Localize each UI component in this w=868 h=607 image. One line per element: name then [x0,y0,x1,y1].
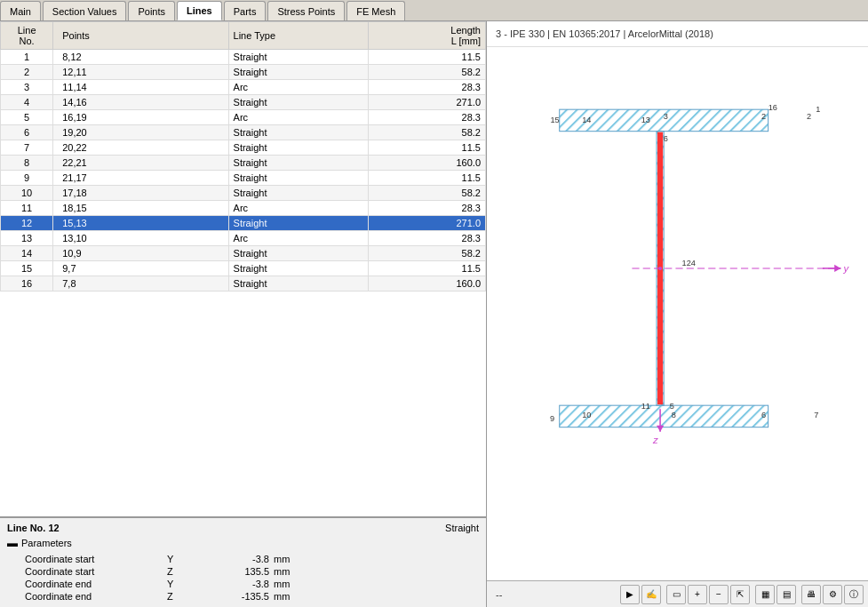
toolbar-btn-frame[interactable]: ▭ [666,585,686,604]
svg-text:2: 2 [807,112,811,121]
toolbar-btn-grid[interactable]: ▤ [776,585,796,604]
cell-length: 160.0 [369,156,486,171]
tab-parts[interactable]: Parts [224,1,267,20]
cell-points: 14,16 [53,95,228,110]
toolbar-btn-print[interactable]: 🖶 [801,585,821,604]
table-container[interactable]: LineNo. Points Line Type LengthL [mm] 1 … [0,21,486,516]
toolbar-btn-zoom-out[interactable]: − [709,585,729,604]
cell-linetype: Straight [228,65,369,80]
cell-linetype: Straight [228,171,369,186]
status-label: -- [496,589,502,600]
toolbar-btn-fit[interactable]: ⇱ [730,585,750,604]
cell-linetype: Straight [228,156,369,171]
cell-points: 8,12 [53,50,228,65]
param-label: Coordinate end [7,591,167,602]
cell-linetype: Straight [228,140,369,156]
cell-points: 9,7 [53,261,228,276]
param-row: Coordinate end Y -3.8 mm [7,578,479,590]
param-value: -3.8 [203,579,274,589]
param-axis: Z [167,591,203,602]
table-row[interactable]: 14 10,9 Straight 58.2 [1,246,486,261]
svg-text:8: 8 [672,411,676,419]
cell-lineno: 1 [1,50,53,65]
cell-points: 21,17 [53,171,228,186]
tab-stress-points[interactable]: Stress Points [267,1,345,20]
svg-text:6: 6 [761,411,766,419]
toolbar-btn-pan[interactable]: ✍ [641,585,661,604]
cell-length: 271.0 [369,95,486,110]
table-row[interactable]: 16 7,8 Straight 160.0 [1,276,486,292]
cell-lineno: 15 [1,261,53,276]
table-row[interactable]: 6 19,20 Straight 58.2 [1,125,486,140]
table-row[interactable]: 4 14,16 Straight 271.0 [1,95,486,110]
cell-lineno: 9 [1,171,53,186]
table-row[interactable]: 5 16,19 Arc 28.3 [1,110,486,125]
params-list: Coordinate start Y -3.8 mm Coordinate st… [7,553,479,603]
param-value: -135.5 [203,591,274,602]
table-row[interactable]: 12 15,13 Straight 271.0 [1,216,486,231]
cell-length: 58.2 [369,125,486,140]
tab-section-values[interactable]: Section Values [43,1,127,20]
svg-text:11: 11 [641,402,650,411]
cell-linetype: Arc [228,110,369,125]
col-header-linetype: Line Type [228,22,369,50]
params-header: ▬ Parameters [7,537,479,549]
cell-lineno: 12 [1,216,53,231]
col-header-lineno: LineNo. [1,22,53,50]
table-row[interactable]: 8 22,21 Straight 160.0 [1,156,486,171]
svg-text:124: 124 [682,259,696,268]
table-row[interactable]: 9 21,17 Straight 11.5 [1,171,486,186]
toolbar-btn-info[interactable]: ⓘ [844,585,864,604]
cell-lineno: 6 [1,125,53,140]
cell-length: 11.5 [369,140,486,156]
table-row[interactable]: 11 18,15 Arc 28.3 [1,201,486,216]
cell-linetype: Straight [228,246,369,261]
toolbar-btn-zoom-in[interactable]: + [688,585,707,604]
cell-length: 58.2 [369,65,486,80]
param-label: Coordinate end [7,579,167,589]
cell-length: 11.5 [369,50,486,65]
param-unit: mm [274,591,309,602]
param-label: Coordinate start [7,554,167,564]
drawing-area[interactable]: y z 15 14 13 3 2 16 2 1 6 124 [487,47,868,580]
tab-main[interactable]: Main [0,1,41,20]
tab-fe-mesh[interactable]: FE Mesh [346,1,405,20]
table-row[interactable]: 7 20,22 Straight 11.5 [1,140,486,156]
cell-points: 13,10 [53,231,228,246]
right-panel: 3 - IPE 330 | EN 10365:2017 | ArcelorMit… [487,21,868,607]
cell-points: 7,8 [53,276,228,292]
cell-points: 19,20 [53,125,228,140]
table-row[interactable]: 10 17,18 Straight 58.2 [1,186,486,201]
svg-text:13: 13 [641,116,650,125]
table-row[interactable]: 3 11,14 Arc 28.3 [1,80,486,95]
col-header-points: Points [53,22,228,50]
params-collapse-btn[interactable]: ▬ [7,537,18,549]
cell-length: 271.0 [369,216,486,231]
toolbar-btn-arrow[interactable]: ▶ [620,585,640,604]
toolbar-btn-table[interactable]: ▦ [755,585,775,604]
cell-length: 58.2 [369,246,486,261]
table-row[interactable]: 1 8,12 Straight 11.5 [1,50,486,65]
svg-text:16: 16 [768,103,777,112]
tab-lines[interactable]: Lines [177,1,222,20]
param-row: Coordinate start Y -3.8 mm [7,553,479,565]
cell-length: 58.2 [369,186,486,201]
toolbar-btn-settings[interactable]: ⚙ [823,585,842,604]
svg-text:5: 5 [670,402,674,411]
cell-length: 28.3 [369,110,486,125]
cell-linetype: Straight [228,125,369,140]
info-panel: Line No. 12 Straight ▬ Parameters Coordi… [0,516,486,607]
main-content: LineNo. Points Line Type LengthL [mm] 1 … [0,21,868,607]
cell-length: 160.0 [369,276,486,292]
param-row: Coordinate start Z 135.5 mm [7,565,479,578]
table-row[interactable]: 13 13,10 Arc 28.3 [1,231,486,246]
table-row[interactable]: 2 12,11 Straight 58.2 [1,65,486,80]
svg-text:z: z [652,435,658,445]
right-toolbar: -- ▶ ✍ ▭ + − ⇱ ▦ ▤ 🖶 ⚙ ⓘ [487,580,868,607]
param-unit: mm [274,566,309,577]
cell-points: 10,9 [53,246,228,261]
cell-lineno: 16 [1,276,53,292]
table-row[interactable]: 15 9,7 Straight 11.5 [1,261,486,276]
param-axis: Z [167,566,203,577]
tab-points[interactable]: Points [128,1,175,20]
